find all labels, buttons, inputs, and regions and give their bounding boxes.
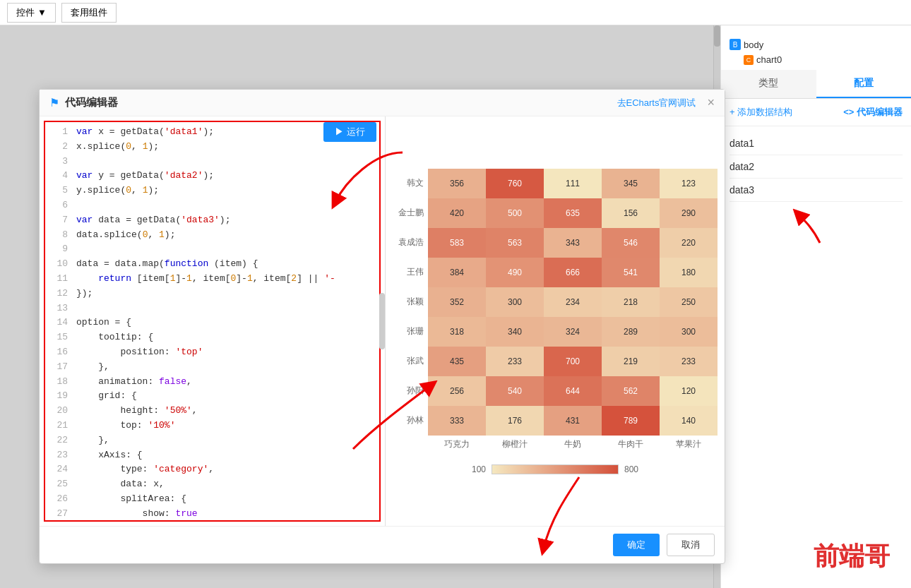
heatmap-cell: 583 (428, 228, 486, 258)
heatmap-cell: 180 (660, 258, 718, 287)
heatmap-row-label: 张颖 (393, 287, 428, 317)
code-line: 12 }); (45, 287, 379, 301)
heatmap-cell: 233 (486, 347, 544, 376)
heatmap-col-label: 巧克力 (428, 438, 486, 450)
add-data-button[interactable]: + 添加数据结构 (730, 106, 792, 119)
cancel-button[interactable]: 取消 (667, 534, 715, 556)
tree-header (721, 25, 911, 34)
tab-config[interactable]: 配置 (816, 70, 912, 98)
code-editor-area[interactable]: 1 var x = getData('data1'); 2 x.splice(0… (44, 121, 381, 522)
scale-min-label: 100 (472, 464, 486, 474)
chart0-icon: C (744, 55, 754, 65)
heatmap-cell: 289 (602, 317, 660, 347)
code-panel: ▶ 运行 1 var x = getData('data1'); 2 x.spl… (40, 116, 386, 526)
code-line: 27 show: true (45, 507, 379, 522)
code-line: 10 data = data.map(function (item) { (45, 257, 379, 272)
code-line: 7 var data = getData('data3'); (45, 213, 379, 228)
heatmap-cell: 343 (544, 228, 602, 258)
heatmap-container: 韩文356760111345123金士鹏420500635156290袁成浩58… (393, 169, 718, 474)
main-layout: ⚑ 代码编辑器 去ECharts官网调试 × ▶ 运行 (0, 25, 911, 588)
tree-node-chart0[interactable]: C chart0 (744, 52, 903, 67)
code-line: 5 y.splice(0, 1); (45, 184, 379, 198)
controls-dropdown[interactable]: 控件 ▼ (7, 3, 56, 23)
run-button[interactable]: ▶ 运行 (323, 122, 376, 142)
code-line: 14 option = { (45, 316, 379, 330)
code-line: 4 var y = getData('data2'); (45, 169, 379, 184)
heatmap-row-label: 孙林 (393, 406, 428, 436)
heatmap-cell: 176 (486, 406, 544, 436)
heatmap-col-label-empty (393, 438, 428, 450)
color-scale: 100 800 (393, 464, 718, 474)
heatmap-cell: 540 (486, 376, 544, 406)
heatmap-cell: 219 (602, 347, 660, 376)
heatmap-cell: 700 (544, 347, 602, 376)
heatmap-cell: 352 (428, 287, 486, 317)
heatmap-row-label: 孙阳 (393, 376, 428, 406)
data-list: data1 data2 data3 (721, 126, 911, 208)
heatmap-row-label: 张武 (393, 347, 428, 376)
element-tree: B body C chart0 (721, 34, 911, 70)
modal-header: ⚑ 代码编辑器 去ECharts官网调试 × (40, 90, 725, 116)
heatmap-cell: 562 (602, 376, 660, 406)
echarts-link[interactable]: 去ECharts官网调试 (617, 97, 696, 109)
heatmap-cell: 111 (544, 169, 602, 198)
code-line: 22 }, (45, 433, 379, 448)
heatmap-cell: 541 (602, 258, 660, 287)
heatmap-cell: 300 (660, 317, 718, 347)
heatmap-cell: 333 (428, 406, 486, 436)
code-line: 16 position: 'top' (45, 345, 379, 360)
code-line: 26 splitArea: { (45, 492, 379, 507)
heatmap-cell: 345 (602, 169, 660, 198)
heatmap-cell: 384 (428, 258, 486, 287)
heatmap-cell: 500 (486, 198, 544, 228)
heatmap-cell: 356 (428, 169, 486, 198)
modal-title: 代码编辑器 (65, 96, 118, 109)
code-line: 8 data.splice(0, 1); (45, 228, 379, 243)
heatmap-col-label: 牛肉干 (602, 438, 660, 450)
heatmap-cell: 635 (544, 198, 602, 228)
code-line: 19 grid: { (45, 389, 379, 404)
suite-dropdown[interactable]: 套用组件 (61, 3, 117, 23)
heatmap-cell: 431 (544, 406, 602, 436)
close-button[interactable]: × (707, 95, 715, 110)
heatmap-cell: 120 (660, 376, 718, 406)
heatmap-col-label: 柳橙汁 (486, 438, 544, 450)
tree-chart0-label: chart0 (756, 54, 782, 65)
heatmap-col-label: 牛奶 (544, 438, 602, 450)
heatmap-cell: 420 (428, 198, 486, 228)
heatmap-cell: 644 (544, 376, 602, 406)
tree-body-label: body (744, 40, 763, 50)
heatmap-row-label: 金士鹏 (393, 198, 428, 228)
data-item-2[interactable]: data2 (730, 155, 903, 179)
heatmap-cell: 435 (428, 347, 486, 376)
tab-type[interactable]: 类型 (721, 70, 816, 98)
code-editor-modal: ⚑ 代码编辑器 去ECharts官网调试 × ▶ 运行 (39, 89, 725, 564)
code-line: 20 height: '50%', (45, 404, 379, 419)
modal-body: ▶ 运行 1 var x = getData('data1'); 2 x.spl… (40, 116, 725, 526)
right-panel-tabs: 类型 配置 (721, 70, 911, 99)
code-line: 9 (45, 242, 379, 257)
data-item-3[interactable]: data3 (730, 179, 903, 202)
code-line: 23 xAxis: { (45, 448, 379, 463)
code-line: 21 top: '10%' (45, 419, 379, 433)
right-panel-actions: + 添加数据结构 <> 代码编辑器 (721, 99, 911, 126)
heatmap-grid: 韩文356760111345123金士鹏420500635156290袁成浩58… (393, 169, 718, 436)
open-code-editor-button[interactable]: <> 代码编辑器 (843, 106, 903, 119)
heatmap-col-labels: 巧克力柳橙汁牛奶牛肉干苹果汁 (393, 438, 718, 450)
heatmap-cell: 234 (544, 287, 602, 317)
code-scrollbar[interactable] (379, 293, 385, 349)
modal-header-right: 去ECharts官网调试 × (617, 95, 715, 110)
code-line: 11 return [item[1]-1, item[0]-1, item[2]… (45, 272, 379, 287)
scale-bar (492, 464, 619, 474)
heatmap-cell: 300 (486, 287, 544, 317)
confirm-button[interactable]: 确定 (613, 534, 660, 556)
code-line: 15 tooltip: { (45, 330, 379, 345)
data-item-1[interactable]: data1 (730, 132, 903, 155)
heatmap-cell: 256 (428, 376, 486, 406)
heatmap-cell: 666 (544, 258, 602, 287)
heatmap-cell: 233 (660, 347, 718, 376)
heatmap-col-label: 苹果汁 (660, 438, 718, 450)
modal-logo-icon: ⚑ (49, 96, 59, 109)
center-area: ⚑ 代码编辑器 去ECharts官网调试 × ▶ 运行 (0, 25, 720, 588)
heatmap-cell: 250 (660, 287, 718, 317)
